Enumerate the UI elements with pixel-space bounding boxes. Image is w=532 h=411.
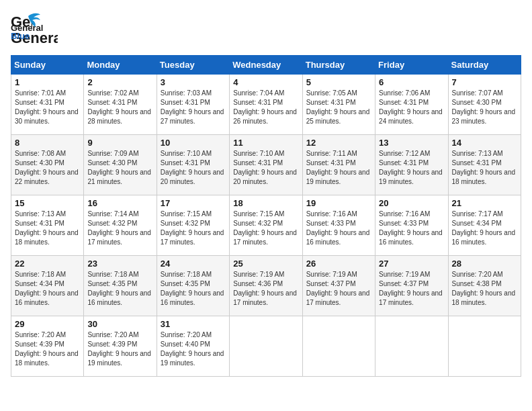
day-number: 10 [161,138,226,148]
calendar-cell: 8 Sunrise: 7:08 AM Sunset: 4:30 PM Dayli… [11,135,84,195]
day-number: 9 [87,138,152,148]
calendar-cell: 1 Sunrise: 7:01 AM Sunset: 4:31 PM Dayli… [11,75,84,135]
day-info: Sunrise: 7:19 AM Sunset: 4:36 PM Dayligh… [233,270,298,308]
calendar-cell: 31 Sunrise: 7:20 AM Sunset: 4:40 PM Dayl… [157,316,229,377]
day-number: 1 [15,77,80,87]
calendar-week-1: 1 Sunrise: 7:01 AM Sunset: 4:31 PM Dayli… [11,75,521,135]
calendar-week-4: 22 Sunrise: 7:18 AM Sunset: 4:34 PM Dayl… [11,256,521,316]
calendar-cell: 5 Sunrise: 7:05 AM Sunset: 4:31 PM Dayli… [302,75,375,135]
calendar-cell: 10 Sunrise: 7:10 AM Sunset: 4:31 PM Dayl… [157,135,229,195]
day-info: Sunrise: 7:15 AM Sunset: 4:32 PM Dayligh… [233,210,298,247]
calendar-cell [375,316,448,377]
calendar-cell: 18 Sunrise: 7:15 AM Sunset: 4:32 PM Dayl… [230,195,302,256]
calendar-header-row: SundayMondayTuesdayWednesdayThursdayFrid… [11,56,521,75]
day-info: Sunrise: 7:02 AM Sunset: 4:31 PM Dayligh… [87,89,152,126]
day-number: 31 [161,319,226,329]
day-number: 18 [233,198,298,208]
day-info: Sunrise: 7:20 AM Sunset: 4:40 PM Dayligh… [161,330,226,368]
day-header-tuesday: Tuesday [157,56,229,75]
general-blue-logo: General Blue [11,11,46,39]
calendar-cell: 13 Sunrise: 7:12 AM Sunset: 4:31 PM Dayl… [375,135,448,195]
day-header-saturday: Saturday [448,56,521,75]
calendar-table: SundayMondayTuesdayWednesdayThursdayFrid… [11,55,521,377]
day-info: Sunrise: 7:09 AM Sunset: 4:30 PM Dayligh… [87,149,152,187]
day-number: 20 [379,198,444,208]
day-number: 12 [306,138,371,148]
day-number: 27 [379,259,444,269]
calendar-week-2: 8 Sunrise: 7:08 AM Sunset: 4:30 PM Dayli… [11,135,521,195]
day-number: 15 [15,198,80,208]
calendar-cell [302,316,375,377]
day-info: Sunrise: 7:16 AM Sunset: 4:33 PM Dayligh… [379,210,444,247]
day-info: Sunrise: 7:20 AM Sunset: 4:38 PM Dayligh… [452,270,517,308]
calendar-cell: 15 Sunrise: 7:13 AM Sunset: 4:31 PM Dayl… [11,195,84,256]
day-info: Sunrise: 7:19 AM Sunset: 4:37 PM Dayligh… [379,270,444,308]
day-number: 25 [233,259,298,269]
calendar-cell: 14 Sunrise: 7:13 AM Sunset: 4:31 PM Dayl… [448,135,521,195]
day-info: Sunrise: 7:10 AM Sunset: 4:31 PM Dayligh… [161,149,226,187]
calendar-cell [230,316,302,377]
day-info: Sunrise: 7:20 AM Sunset: 4:39 PM Dayligh… [87,330,152,368]
day-number: 19 [306,198,371,208]
day-number: 2 [87,77,152,87]
day-number: 16 [87,198,152,208]
day-number: 30 [87,319,152,329]
day-info: Sunrise: 7:18 AM Sunset: 4:35 PM Dayligh… [87,270,152,308]
day-info: Sunrise: 7:08 AM Sunset: 4:30 PM Dayligh… [15,149,80,187]
day-info: Sunrise: 7:18 AM Sunset: 4:34 PM Dayligh… [15,270,80,308]
calendar-cell: 28 Sunrise: 7:20 AM Sunset: 4:38 PM Dayl… [448,256,521,316]
day-info: Sunrise: 7:20 AM Sunset: 4:39 PM Dayligh… [15,330,80,368]
calendar-cell: 25 Sunrise: 7:19 AM Sunset: 4:36 PM Dayl… [230,256,302,316]
day-number: 13 [379,138,444,148]
day-number: 6 [379,77,444,87]
day-number: 11 [233,138,298,148]
day-number: 4 [233,77,298,87]
day-number: 3 [161,77,226,87]
day-number: 7 [452,77,517,87]
calendar-cell: 16 Sunrise: 7:14 AM Sunset: 4:32 PM Dayl… [84,195,157,256]
day-info: Sunrise: 7:12 AM Sunset: 4:31 PM Dayligh… [379,149,444,187]
day-number: 5 [306,77,371,87]
svg-text:Blue: Blue [11,31,30,39]
day-number: 14 [452,138,517,148]
day-info: Sunrise: 7:13 AM Sunset: 4:31 PM Dayligh… [452,149,517,187]
calendar-week-3: 15 Sunrise: 7:13 AM Sunset: 4:31 PM Dayl… [11,195,521,256]
calendar-cell: 2 Sunrise: 7:02 AM Sunset: 4:31 PM Dayli… [84,75,157,135]
calendar-cell: 12 Sunrise: 7:11 AM Sunset: 4:31 PM Dayl… [302,135,375,195]
day-info: Sunrise: 7:10 AM Sunset: 4:31 PM Dayligh… [233,149,298,187]
day-header-monday: Monday [84,56,157,75]
calendar-cell: 27 Sunrise: 7:19 AM Sunset: 4:37 PM Dayl… [375,256,448,316]
day-info: Sunrise: 7:01 AM Sunset: 4:31 PM Dayligh… [15,89,80,126]
day-info: Sunrise: 7:07 AM Sunset: 4:30 PM Dayligh… [452,89,517,126]
calendar-cell [448,316,521,377]
day-header-wednesday: Wednesday [230,56,302,75]
day-number: 29 [15,319,80,329]
calendar-week-5: 29 Sunrise: 7:20 AM Sunset: 4:39 PM Dayl… [11,316,521,377]
calendar-cell: 29 Sunrise: 7:20 AM Sunset: 4:39 PM Dayl… [11,316,84,377]
day-number: 28 [452,259,517,269]
day-info: Sunrise: 7:15 AM Sunset: 4:32 PM Dayligh… [161,210,226,247]
calendar-cell: 6 Sunrise: 7:06 AM Sunset: 4:31 PM Dayli… [375,75,448,135]
day-number: 26 [306,259,371,269]
calendar-cell: 30 Sunrise: 7:20 AM Sunset: 4:39 PM Dayl… [84,316,157,377]
day-number: 23 [87,259,152,269]
calendar-cell: 4 Sunrise: 7:04 AM Sunset: 4:31 PM Dayli… [230,75,302,135]
logo-graphic: General Blue [11,11,46,42]
day-info: Sunrise: 7:05 AM Sunset: 4:31 PM Dayligh… [306,89,371,126]
day-number: 21 [452,198,517,208]
calendar-cell: 26 Sunrise: 7:19 AM Sunset: 4:37 PM Dayl… [302,256,375,316]
day-info: Sunrise: 7:16 AM Sunset: 4:33 PM Dayligh… [306,210,371,247]
day-info: Sunrise: 7:13 AM Sunset: 4:31 PM Dayligh… [15,210,80,247]
day-header-thursday: Thursday [302,56,375,75]
day-number: 8 [15,138,80,148]
day-info: Sunrise: 7:03 AM Sunset: 4:31 PM Dayligh… [161,89,226,126]
calendar-cell: 7 Sunrise: 7:07 AM Sunset: 4:30 PM Dayli… [448,75,521,135]
page-header: General General [11,11,521,50]
calendar-cell: 11 Sunrise: 7:10 AM Sunset: 4:31 PM Dayl… [230,135,302,195]
calendar-cell: 21 Sunrise: 7:17 AM Sunset: 4:34 PM Dayl… [448,195,521,256]
calendar-cell: 20 Sunrise: 7:16 AM Sunset: 4:33 PM Dayl… [375,195,448,256]
calendar-cell: 3 Sunrise: 7:03 AM Sunset: 4:31 PM Dayli… [157,75,229,135]
calendar-cell: 23 Sunrise: 7:18 AM Sunset: 4:35 PM Dayl… [84,256,157,316]
day-number: 24 [161,259,226,269]
logo-container: General Blue [11,11,46,42]
